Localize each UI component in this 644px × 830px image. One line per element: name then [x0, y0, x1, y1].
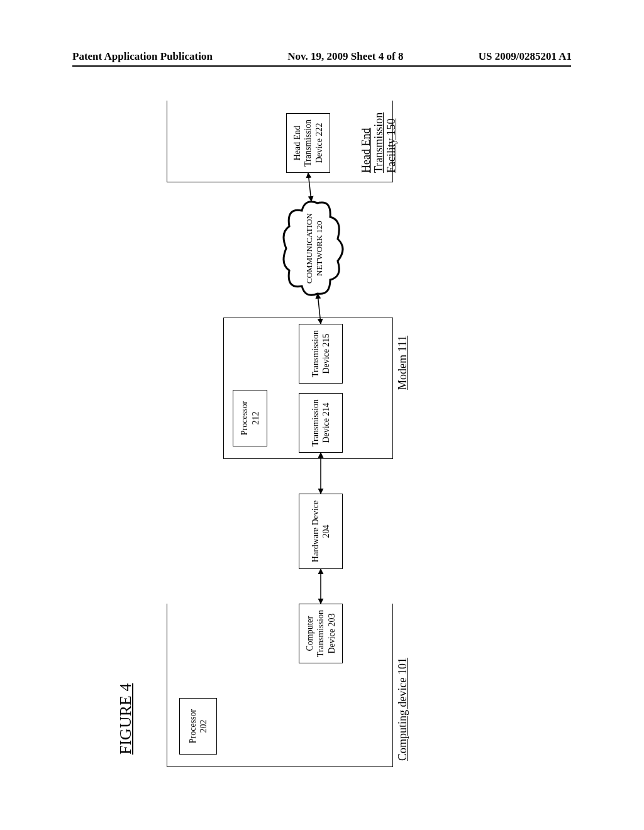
diagram-wrapper: FIGURE 4 Computing device 101 Processor …	[0, 258, 626, 610]
container-head-end-facility	[167, 101, 393, 182]
block-processor-212: Processor 212	[233, 390, 267, 446]
label-modem: Modem 111	[396, 336, 409, 390]
block-head-end-222: Head End Transmission Device 222	[286, 113, 330, 173]
diagram: FIGURE 4 Computing device 101 Processor …	[116, 101, 469, 767]
cloud-network: COMMUNICATION NETWORK 120	[280, 198, 349, 299]
figure-title: FIGURE 4	[116, 683, 135, 755]
block-processor-202: Processor 202	[179, 698, 217, 755]
block-hardware-device-204: Hardware Device 204	[299, 494, 343, 569]
label-facility: Head End Transmission Facility 150	[360, 113, 397, 173]
label-computing-device: Computing device 101	[396, 658, 409, 761]
header-rule	[72, 65, 571, 67]
block-transmission-215: Transmission Device 215	[299, 324, 343, 384]
header-right: US 2009/0285201 A1	[479, 50, 572, 63]
block-transmission-214: Transmission Device 214	[299, 393, 343, 453]
cloud-label: COMMUNICATION NETWORK 120	[304, 213, 324, 284]
header-left: Patent Application Publication	[72, 50, 213, 63]
block-computer-transmission-203: Computer Transmission Device 203	[299, 604, 343, 663]
page-header: Patent Application Publication Nov. 19, …	[0, 50, 644, 63]
header-center: Nov. 19, 2009 Sheet 4 of 8	[287, 50, 403, 63]
